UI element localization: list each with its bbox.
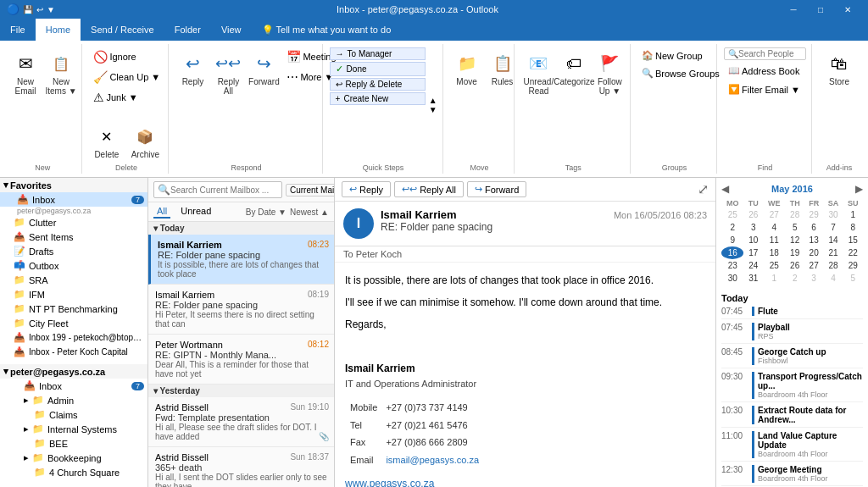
email-item[interactable]: Ismail Karriem RE: Folder pane spacing I… (148, 235, 334, 285)
cal-day[interactable]: 28 (785, 208, 804, 221)
reply-button[interactable]: ↩ Reply (175, 47, 209, 89)
cal-day[interactable]: 3 (804, 272, 823, 285)
cal-day[interactable]: 30 (721, 272, 743, 285)
browse-groups-button[interactable]: 🔍 Browse Groups (637, 65, 711, 81)
cal-day[interactable]: 4 (763, 221, 785, 234)
email-item[interactable]: Astrid Bissell Fwd: Template presentatio… (148, 397, 334, 447)
cal-day[interactable]: 10 (743, 234, 762, 246)
sidebar-item-drafts[interactable]: 📝 Drafts (0, 244, 147, 258)
cal-day[interactable]: 27 (763, 208, 785, 221)
filter-tab-all[interactable]: All (153, 205, 170, 219)
tab-view[interactable]: View (211, 19, 252, 41)
sig-email-link[interactable]: ismail@pegasys.co.za (386, 455, 479, 465)
cal-day[interactable]: 14 (823, 234, 843, 246)
calendar-prev-button[interactable]: ◀ (721, 183, 729, 195)
quicksteps-scroll-up[interactable]: ▲ (429, 96, 437, 105)
cal-day[interactable]: 1 (843, 208, 863, 221)
sort-newest[interactable]: Newest ▲ (290, 208, 329, 217)
cal-day[interactable]: 26 (785, 259, 804, 272)
cal-day[interactable]: 3 (743, 221, 762, 234)
move-button[interactable]: 📁 Move (450, 47, 484, 89)
tab-folder[interactable]: Folder (164, 19, 211, 41)
email-item[interactable]: Astrid Bissell 365+ death Hi all, I sent… (148, 447, 334, 487)
sidebar-item-main-inbox[interactable]: 📥 Inbox 7 (0, 379, 147, 393)
cal-day[interactable]: 27 (804, 259, 823, 272)
mailbox-filter-dropdown[interactable]: Current Mailbox ▼ (286, 184, 335, 196)
maximize-button[interactable]: □ (807, 0, 834, 19)
email-reply-all-button[interactable]: ↩↩ Reply All (394, 181, 464, 197)
sidebar-item-claims[interactable]: 📁 Claims (0, 407, 147, 422)
cal-day[interactable]: 9 (721, 234, 743, 246)
quickstep-done[interactable]: ✓ Done (330, 62, 426, 76)
archive-button[interactable]: 📦 Archive (127, 120, 163, 162)
sidebar-item-bee[interactable]: 📁 BEE (0, 436, 147, 451)
quickstep-reply-delete[interactable]: ↩ Reply & Delete (330, 78, 426, 91)
forward-button[interactable]: ↪ Forward (247, 47, 281, 89)
tab-home[interactable]: Home (36, 19, 81, 41)
sidebar-item-sent[interactable]: 📤 Sent Items (0, 230, 147, 244)
agenda-item[interactable]: 07:45 Playball RPS (721, 323, 863, 344)
cal-day[interactable]: 16 (721, 246, 743, 259)
follow-up-button[interactable]: 🚩 FollowUp ▼ (593, 47, 626, 98)
email-forward-button[interactable]: ↪ Forward (467, 181, 526, 197)
tab-tell-me[interactable]: 💡 Tell me what you want to do (252, 19, 402, 41)
agenda-item[interactable]: 10:30 Extract Route data for Andrew... (721, 406, 863, 428)
cal-day[interactable]: 25 (721, 208, 743, 221)
sidebar-item-inbox-199[interactable]: 📥 Inbox 199 - petekoch@btopenworld... (0, 330, 147, 345)
reply-all-button[interactable]: ↩↩ ReplyAll (211, 47, 245, 98)
cal-day[interactable]: 21 (823, 246, 843, 259)
cal-day[interactable]: 17 (743, 246, 762, 259)
cal-day[interactable]: 30 (823, 208, 843, 221)
email-item[interactable]: Peter Wortmann RE: GIPTN - Monthly Mana.… (148, 335, 334, 385)
peter-pegasys-header[interactable]: ▾ peter@pegasys.co.za (0, 364, 147, 379)
quicksteps-scroll-down[interactable]: ▼ (429, 105, 437, 114)
minimize-button[interactable]: ─ (780, 0, 807, 19)
sort-by-date[interactable]: By Date ▼ (246, 208, 287, 217)
sidebar-item-admin[interactable]: ▸ 📁 Admin (0, 393, 147, 407)
tab-file[interactable]: File (0, 19, 36, 41)
new-email-button[interactable]: ✉ NewEmail (8, 47, 42, 98)
sidebar-item-outbox[interactable]: 📫 Outbox (0, 258, 147, 273)
sidebar-item-clutter[interactable]: 📁 Clutter (0, 215, 147, 230)
quick-access-undo[interactable]: ↩ (36, 5, 43, 14)
cal-day[interactable]: 28 (823, 259, 843, 272)
cal-day[interactable]: 25 (763, 259, 785, 272)
agenda-item[interactable]: 08:45 George Catch up Fishbowl (721, 347, 863, 368)
quick-access-more[interactable]: ▼ (47, 5, 55, 14)
email-item[interactable]: Ismail Karriem RE: Folder pane spacing H… (148, 285, 334, 335)
cal-day[interactable]: 29 (804, 208, 823, 221)
store-button[interactable]: 🛍 Store (819, 47, 860, 89)
cal-day[interactable]: 6 (804, 221, 823, 234)
cal-day[interactable]: 4 (823, 272, 843, 285)
search-box[interactable]: 🔍 (153, 181, 282, 198)
delete-button[interactable]: ✕ Delete (89, 120, 124, 162)
agenda-item[interactable]: 07:45 Flute (721, 307, 863, 319)
quickstep-create-new[interactable]: + Create New (330, 92, 426, 105)
sig-website-link[interactable]: www.pegasys.co.za (345, 478, 434, 487)
cal-day[interactable]: 29 (843, 259, 863, 272)
sidebar-item-inbox[interactable]: 📥 Inbox 7 (0, 192, 147, 207)
sidebar-item-ifm[interactable]: 📁 IFM (0, 287, 147, 302)
cal-day[interactable]: 8 (843, 221, 863, 234)
cal-day[interactable]: 31 (743, 272, 762, 285)
cal-day[interactable]: 11 (763, 234, 785, 246)
agenda-item[interactable]: 11:00 Land Value Capture Update Boardroo… (721, 431, 863, 462)
cal-day[interactable]: 19 (785, 246, 804, 259)
cal-day[interactable]: 23 (721, 259, 743, 272)
tab-send-receive[interactable]: Send / Receive (81, 19, 164, 41)
cal-day[interactable]: 20 (804, 246, 823, 259)
cal-day[interactable]: 26 (743, 208, 762, 221)
address-book-button[interactable]: 📖 Address Book (724, 63, 806, 79)
filter-email-button[interactable]: 🔽 Filter Email ▼ (724, 81, 806, 97)
new-group-button[interactable]: 🏠 New Group (637, 47, 711, 64)
cal-day[interactable]: 7 (823, 221, 843, 234)
cal-day[interactable]: 15 (843, 234, 863, 246)
agenda-item[interactable]: 09:30 Transport Progress/Catch up... Boa… (721, 372, 863, 402)
cal-day[interactable]: 12 (785, 234, 804, 246)
sidebar-item-bookkeeping[interactable]: ▸ 📁 Bookkeeping (0, 451, 147, 465)
cleanup-button[interactable]: 🧹 Clean Up ▼ (89, 68, 164, 86)
calendar-next-button[interactable]: ▶ (855, 183, 863, 195)
email-expand-button[interactable]: ⤢ (698, 181, 709, 197)
filter-tab-unread[interactable]: Unread (177, 205, 214, 219)
quickstep-to-manager[interactable]: → To Manager (330, 47, 426, 60)
